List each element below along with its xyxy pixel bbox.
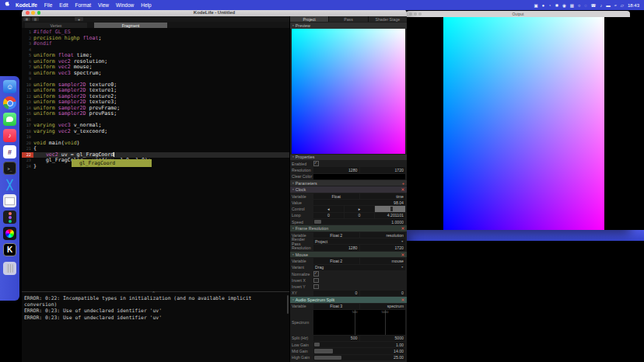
resolution-height-field[interactable]: 1720 [360, 167, 406, 172]
frame-resolution-section-header[interactable]: ▾ Frame Resolution ✕ [290, 225, 407, 231]
clock-section-header[interactable]: ▾ Clock ✕ [290, 186, 407, 193]
menu-window[interactable]: Window [116, 2, 134, 8]
error-console-scrollbar[interactable] [287, 295, 289, 314]
slider-thumb[interactable] [314, 349, 333, 353]
parameters-section-header[interactable]: ▾ Parameters + [290, 180, 407, 186]
camera-icon[interactable]: ◉ [562, 3, 566, 8]
dock-slack-icon[interactable]: # [3, 145, 16, 158]
variant-dropdown[interactable]: Drag▼ [313, 265, 405, 270]
split-low-field[interactable]: 500 [313, 336, 359, 341]
error-console[interactable]: ^ ERROR: 0:22: Incompatible types in ini… [22, 291, 289, 362]
dock-terminal-icon[interactable]: >_ [3, 162, 16, 175]
dock-messages-icon[interactable] [3, 113, 16, 126]
frame-height-field[interactable]: 1720 [360, 245, 406, 250]
close-button[interactable] [26, 11, 30, 15]
preview-section-header[interactable]: ▾ Preview [290, 23, 407, 29]
close-button[interactable] [409, 12, 412, 16]
dock-music-icon[interactable]: ♪ [3, 129, 16, 142]
tab-pass[interactable]: Pass [329, 16, 367, 22]
resolution-width-field[interactable]: 1280 [313, 167, 359, 172]
tab-fragment[interactable]: Fragment [94, 23, 167, 28]
menu-kodelife[interactable]: KodeLife [16, 2, 37, 8]
slider-thumb[interactable] [314, 220, 321, 224]
dock-media-icon[interactable] [3, 227, 16, 240]
clear-color-swatch[interactable] [313, 174, 405, 179]
kodelife-titlebar[interactable]: KodeLife - Untitled [22, 9, 407, 16]
code-line-23[interactable]: 23 gl_FragColor = vec4(uv, 1.0, 1.0); [22, 158, 289, 164]
code-editor[interactable]: 1#ifdef GL_ES2precision highp float;3#en… [22, 28, 289, 291]
remove-audio-button[interactable]: ✕ [401, 298, 404, 302]
invert-x-checkbox[interactable] [313, 278, 319, 284]
clock-type-dropdown[interactable]: Float [313, 193, 359, 199]
frame-type-dropdown[interactable]: Float 2 [313, 232, 359, 238]
high-gain-slider[interactable]: 25.00 [313, 355, 405, 360]
passes-menu-button[interactable]: ▤ [23, 17, 30, 22]
control-center-icon[interactable]: ▱ [621, 3, 624, 8]
menu-view[interactable]: View [98, 2, 109, 8]
dock-figma-icon[interactable] [3, 211, 16, 224]
dock-vscode-icon[interactable]: ╳ [3, 178, 16, 191]
layout-button[interactable]: ▥ [32, 17, 39, 22]
normalize-checkbox[interactable] [313, 271, 319, 277]
menu-help[interactable]: Help [141, 2, 151, 8]
code-line-18[interactable]: 18varying vec2 v_texcoord; [22, 129, 289, 135]
clock-scrub-slider[interactable] [375, 206, 405, 211]
menu-clock[interactable]: 18:43 [628, 3, 639, 8]
minimize-button[interactable] [414, 12, 417, 16]
code-line-20[interactable]: 20void main(void) [22, 141, 289, 147]
split-high-field[interactable]: 5000 [360, 336, 406, 341]
battery-icon[interactable]: ▬ [606, 3, 611, 8]
mouse-variable-name[interactable]: mouse [360, 258, 406, 263]
clock-variable-name[interactable]: time [360, 193, 406, 199]
tab-shader-stage[interactable]: Shader Stage [369, 16, 407, 22]
slider-thumb[interactable] [314, 356, 341, 360]
audio-spectrum-section-header[interactable]: ▾ Audio Spectrum Split ✕ [290, 297, 407, 303]
add-pass-button[interactable]: + [75, 17, 83, 22]
tab-project[interactable]: Project [290, 16, 328, 22]
splitter-handle[interactable]: ^ [152, 290, 155, 296]
clock-play-button[interactable]: ▸ [345, 206, 375, 211]
bluetooth-icon[interactable]: ◌ [584, 3, 586, 8]
mouse-type-dropdown[interactable]: Float 2 [313, 258, 359, 263]
code-line-8[interactable]: 8uniform vec3 spectrum; [22, 71, 289, 77]
apple-menu-icon[interactable] [5, 2, 10, 9]
zoom-button[interactable] [37, 11, 41, 15]
menu-edit[interactable]: Edit [59, 2, 68, 8]
frame-width-field[interactable]: 1280 [313, 245, 359, 250]
record-icon[interactable]: ● [542, 3, 544, 8]
zoom-button[interactable] [418, 12, 422, 16]
frame-variable-name[interactable]: resolution [360, 232, 406, 238]
slider-thumb[interactable] [390, 207, 393, 211]
minimize-button[interactable] [31, 11, 35, 15]
code-line-24[interactable]: 24} [22, 164, 289, 170]
remove-clock-button[interactable]: ✕ [401, 187, 404, 192]
invert-y-checkbox[interactable] [313, 284, 319, 290]
window-manager-icon[interactable]: ▦ [570, 3, 574, 8]
remove-mouse-button[interactable]: ✕ [401, 252, 404, 257]
dock-trash-icon[interactable] [3, 262, 16, 275]
loop-start-field[interactable]: 0 [313, 213, 344, 218]
code-line-2[interactable]: 2precision highp float; [22, 36, 289, 42]
focus-icon[interactable]: ○ [578, 3, 580, 8]
output-titlebar[interactable]: Output [406, 11, 630, 17]
clock-value-field[interactable]: 98.04 [313, 200, 405, 205]
screen-mirroring-icon[interactable]: ▣ [534, 3, 538, 8]
low-gain-slider[interactable]: 1.00 [313, 342, 405, 347]
loop-end-field[interactable]: 0 [345, 213, 375, 218]
mid-gain-slider[interactable]: 14.00 [313, 348, 405, 353]
audio-variable-name[interactable]: spectrum [360, 304, 406, 309]
menu-format[interactable]: Format [75, 2, 92, 8]
enabled-checkbox[interactable] [313, 161, 319, 166]
tab-vertex[interactable]: Vertex [25, 23, 87, 28]
autocomplete-popup[interactable]: gl_FragCoord [72, 159, 152, 167]
mouse-section-header[interactable]: ▾ Mouse ✕ [290, 252, 407, 258]
render-pass-dropdown[interactable]: Project▼ [313, 238, 405, 244]
battery-status-icon[interactable]: ◔ [548, 3, 551, 8]
add-parameter-button[interactable]: + [402, 181, 404, 186]
code-line-15[interactable]: 15uniform sampler2D prevPass; [22, 111, 289, 117]
dock-mail-icon[interactable] [3, 194, 16, 207]
slider-thumb[interactable] [314, 343, 320, 346]
wifi-icon[interactable]: ≈ [614, 3, 617, 8]
loop-time-field[interactable]: 4.201101 [375, 213, 405, 218]
speed-slider[interactable]: 1.0000 [313, 219, 405, 225]
